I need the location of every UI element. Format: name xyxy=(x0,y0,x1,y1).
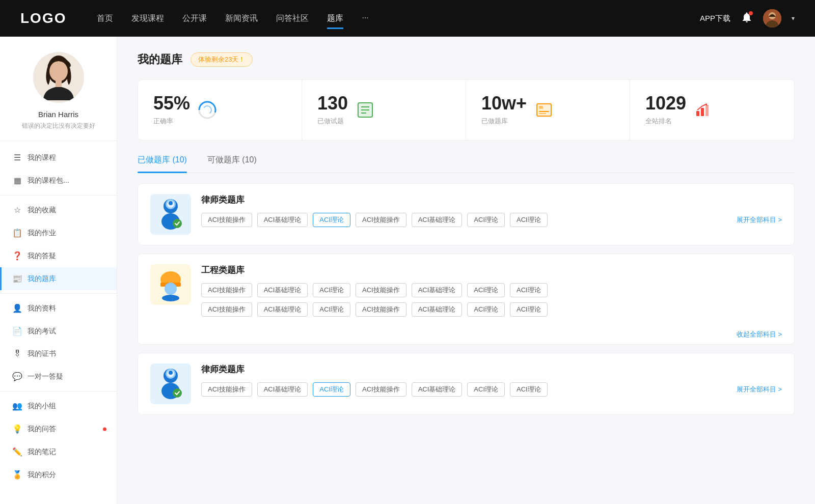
svg-point-9 xyxy=(203,106,211,114)
sidebar-avatar xyxy=(33,52,84,103)
tags-row-lawyer-1: ACI技能操作 ACI基础理论 ACI理论 ACI技能操作 ACI基础理论 AC… xyxy=(201,213,782,227)
nav-more[interactable]: ··· xyxy=(362,13,368,24)
app-download-button[interactable]: APP下载 xyxy=(700,14,730,23)
tag-item[interactable]: ACI理论 xyxy=(467,213,505,227)
sidebar-item-question-bank[interactable]: 📰 我的题库 xyxy=(0,267,117,290)
tag-item-active[interactable]: ACI理论 xyxy=(313,382,350,397)
tag-item[interactable]: ACI技能操作 xyxy=(356,302,406,317)
tag-item[interactable]: ACI基础理论 xyxy=(257,283,308,297)
nav-open-course[interactable]: 公开课 xyxy=(182,13,207,24)
sidebar-item-one-on-one[interactable]: 💬 一对一答疑 xyxy=(0,365,117,388)
content-area: 我的题库 体验剩余23天！ 55% 正确率 xyxy=(117,37,815,504)
nav-discover[interactable]: 发现课程 xyxy=(131,13,164,24)
tag-item-active[interactable]: ACI理论 xyxy=(313,213,350,227)
svg-rect-6 xyxy=(56,80,62,87)
courses-icon: ☰ xyxy=(12,153,22,162)
stat-accuracy-value: 55% xyxy=(153,94,190,113)
tag-item[interactable]: ACI技能操作 xyxy=(356,382,406,397)
sidebar-item-exam[interactable]: 📄 我的考试 xyxy=(0,320,117,343)
qa-notification-dot xyxy=(103,427,106,431)
svg-point-32 xyxy=(165,283,177,295)
tag-item[interactable]: ACI技能操作 xyxy=(356,213,406,227)
tab-available-banks[interactable]: 可做题库 (10) xyxy=(207,155,257,173)
sidebar-item-profile[interactable]: 👤 我的资料 xyxy=(0,297,117,320)
tag-item[interactable]: ACI技能操作 xyxy=(201,302,252,317)
stat-ranking-label: 全站排名 xyxy=(645,117,686,126)
nav-qa[interactable]: 问答社区 xyxy=(276,13,309,24)
tag-item[interactable]: ACI理论 xyxy=(467,283,505,297)
sidebar-item-my-courses[interactable]: ☰ 我的课程 xyxy=(0,146,117,169)
trial-badge: 体验剩余23天！ xyxy=(191,52,253,67)
user-avatar[interactable] xyxy=(763,9,781,27)
expand-link-lawyer-2[interactable]: 展开全部科目 > xyxy=(737,385,782,394)
svg-point-28 xyxy=(169,201,173,205)
sidebar-item-points[interactable]: 🏅 我的积分 xyxy=(0,463,117,486)
svg-rect-20 xyxy=(696,111,699,116)
exam-icon: 📄 xyxy=(12,326,22,336)
tag-item[interactable]: ACI理论 xyxy=(313,302,350,317)
nav-news[interactable]: 新闻资讯 xyxy=(225,13,258,24)
nav-question-bank[interactable]: 题库 xyxy=(327,13,343,24)
logo: LOGO xyxy=(20,10,66,26)
collapse-link-engineer[interactable]: 收起全部科目 > xyxy=(737,330,782,339)
svg-point-29 xyxy=(173,219,182,228)
sidebar-item-label: 一对一答疑 xyxy=(28,372,63,381)
sidebar-item-certificate[interactable]: 🎖 我的证书 xyxy=(0,343,117,365)
nav-home[interactable]: 首页 xyxy=(97,13,113,24)
sidebar-item-label: 我的小组 xyxy=(28,402,56,411)
nav-links: 首页 发现课程 公开课 新闻资讯 问答社区 题库 ··· xyxy=(97,13,700,24)
tag-item[interactable]: ACI理论 xyxy=(510,213,548,227)
tag-item[interactable]: ACI理论 xyxy=(313,283,350,297)
page-title: 我的题库 xyxy=(138,52,182,67)
stat-accuracy-label: 正确率 xyxy=(153,117,190,126)
tag-item[interactable]: ACI基础理论 xyxy=(412,283,463,297)
sidebar-item-my-qa[interactable]: 💡 我的问答 xyxy=(0,417,117,440)
tag-item[interactable]: ACI基础理论 xyxy=(257,382,308,397)
sidebar-item-homework[interactable]: 📋 我的作业 xyxy=(0,221,117,244)
tag-item[interactable]: ACI理论 xyxy=(510,283,548,297)
page-header: 我的题库 体验剩余23天！ xyxy=(138,52,795,67)
svg-rect-17 xyxy=(539,106,543,109)
tag-item[interactable]: ACI技能操作 xyxy=(201,382,252,397)
svg-rect-21 xyxy=(701,108,704,116)
tag-item[interactable]: ACI技能操作 xyxy=(201,213,252,227)
svg-rect-15 xyxy=(537,104,551,116)
tag-item[interactable]: ACI基础理论 xyxy=(257,213,308,227)
sidebar-item-qa[interactable]: ❓ 我的答疑 xyxy=(0,244,117,267)
stat-done-banks: 10w+ 已做题库 xyxy=(466,80,630,140)
user-menu-chevron[interactable]: ▾ xyxy=(792,15,795,22)
stat-done-questions-label: 已做试题 xyxy=(317,117,348,126)
tag-item[interactable]: ACI理论 xyxy=(467,302,505,317)
stat-done-banks-label: 已做题库 xyxy=(481,117,527,126)
expand-link-lawyer-1[interactable]: 展开全部科目 > xyxy=(737,215,782,225)
sidebar-item-group[interactable]: 👥 我的小组 xyxy=(0,395,117,417)
sidebar-item-label: 我的答疑 xyxy=(28,251,56,261)
tag-item[interactable]: ACI理论 xyxy=(510,382,548,397)
sidebar-item-favorites[interactable]: ☆ 我的收藏 xyxy=(0,199,117,221)
tag-item[interactable]: ACI理论 xyxy=(510,302,548,317)
sidebar-item-course-packages[interactable]: ▦ 我的课程包... xyxy=(0,169,117,192)
sidebar-item-label: 我的证书 xyxy=(28,349,56,358)
packages-icon: ▦ xyxy=(12,176,22,185)
qbank-card-lawyer-2: 律师类题库 ACI技能操作 ACI基础理论 ACI理论 ACI技能操作 ACI基… xyxy=(138,353,795,415)
tag-item[interactable]: ACI技能操作 xyxy=(201,283,252,297)
qbank-icon: 📰 xyxy=(12,274,22,284)
tag-item[interactable]: ACI基础理论 xyxy=(257,302,308,317)
stat-done-questions: 130 已做试题 xyxy=(302,80,466,140)
lawyer-icon-wrap xyxy=(150,194,191,235)
sidebar: Brian Harris 错误的决定比没有决定要好 ☰ 我的课程 ▦ 我的课程包… xyxy=(0,37,117,504)
tag-item[interactable]: ACI技能操作 xyxy=(356,283,406,297)
qbank-card-lawyer-1: 律师类题库 ACI技能操作 ACI基础理论 ACI理论 ACI技能操作 ACI基… xyxy=(138,183,795,245)
sidebar-item-notes[interactable]: ✏️ 我的笔记 xyxy=(0,440,117,463)
svg-rect-22 xyxy=(705,105,709,116)
navbar: LOGO 首页 发现课程 公开课 新闻资讯 问答社区 题库 ··· APP下载 xyxy=(0,0,815,37)
tab-done-banks[interactable]: 已做题库 (10) xyxy=(138,155,187,173)
tag-item[interactable]: ACI基础理论 xyxy=(412,302,463,317)
card-footer-engineer: 收起全部科目 > xyxy=(138,327,794,344)
tag-item[interactable]: ACI基础理论 xyxy=(412,382,463,397)
qbank-title-lawyer-2: 律师类题库 xyxy=(201,363,782,375)
notification-bell[interactable] xyxy=(741,11,753,25)
tag-item[interactable]: ACI基础理论 xyxy=(412,213,463,227)
tag-item[interactable]: ACI理论 xyxy=(467,382,505,397)
qbank-card-engineer: 工程类题库 ACI技能操作 ACI基础理论 ACI理论 ACI技能操作 ACI基… xyxy=(138,254,795,345)
